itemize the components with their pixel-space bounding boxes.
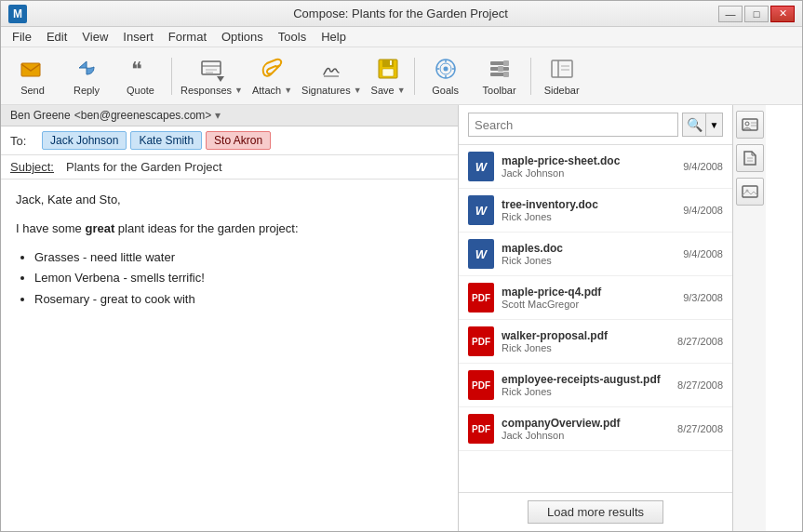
attach-icon bbox=[260, 56, 286, 82]
recipient-chip-jack[interactable]: Jack Johnson bbox=[42, 131, 127, 150]
sender-bar: Ben Greene <ben@greenescapes.com> ▾ bbox=[1, 105, 458, 126]
load-more-button[interactable]: Load more results bbox=[528, 500, 663, 524]
file-list-item[interactable]: Wmaples.docRick Jones9/4/2008 bbox=[459, 233, 732, 276]
menu-item-view[interactable]: View bbox=[74, 28, 115, 46]
file-name: tree-inventory.doc bbox=[502, 198, 676, 211]
svg-rect-0 bbox=[21, 63, 40, 76]
svg-rect-11 bbox=[390, 60, 392, 65]
subject-value: Plants for the Garden Project bbox=[66, 160, 222, 174]
file-name: companyOverview.pdf bbox=[502, 417, 670, 430]
subject-row: Subject: Plants for the Garden Project bbox=[1, 155, 458, 180]
svg-rect-22 bbox=[503, 60, 509, 66]
list-item: Rosemary - great to cook with bbox=[34, 290, 443, 310]
right-panel-content: 🔍 ▼ Wmaple-price-sheet.docJack Johnson9/… bbox=[459, 105, 732, 531]
responses-button[interactable]: Responses ▼ bbox=[177, 51, 247, 101]
responses-icon bbox=[198, 56, 224, 82]
file-date: 9/3/2008 bbox=[683, 292, 723, 303]
menu-item-help[interactable]: Help bbox=[314, 28, 354, 46]
save-button[interactable]: Save ▼ bbox=[368, 51, 409, 101]
file-date: 9/4/2008 bbox=[683, 161, 723, 172]
goals-icon bbox=[433, 56, 459, 82]
close-button[interactable]: ✕ bbox=[770, 6, 795, 22]
greeting: Jack, Kate and Sto, bbox=[16, 191, 443, 210]
file-list-item[interactable]: Wmaple-price-sheet.docJack Johnson9/4/20… bbox=[459, 145, 732, 189]
sender-email: <ben@greenescapes.com> bbox=[74, 109, 212, 122]
file-list: Wmaple-price-sheet.docJack Johnson9/4/20… bbox=[459, 145, 732, 492]
search-dropdown-button[interactable]: ▼ bbox=[705, 113, 722, 136]
minimize-button[interactable]: — bbox=[718, 6, 743, 22]
menu-item-options[interactable]: Options bbox=[214, 28, 271, 46]
file-date: 9/4/2008 bbox=[683, 205, 723, 216]
document-button[interactable] bbox=[736, 144, 764, 172]
menu-item-tools[interactable]: Tools bbox=[271, 28, 314, 46]
svg-rect-35 bbox=[743, 186, 757, 197]
sender-dropdown-arrow[interactable]: ▾ bbox=[215, 109, 221, 122]
window-title: Compose: Plants for the Garden Project bbox=[83, 7, 718, 20]
search-bar: 🔍 ▼ bbox=[459, 105, 732, 145]
responses-dropdown-arrow: ▼ bbox=[234, 86, 243, 95]
toolbar-sep-3 bbox=[530, 58, 531, 95]
side-icons-panel bbox=[732, 105, 766, 531]
document-icon bbox=[742, 150, 758, 166]
reply-button[interactable]: Reply bbox=[60, 51, 113, 101]
signatures-button[interactable]: Signatures ▼ bbox=[298, 51, 366, 101]
sidebar-button[interactable]: Sidebar bbox=[536, 51, 588, 101]
svg-text:❝: ❝ bbox=[131, 58, 142, 81]
file-list-item[interactable]: PDFmaple-price-q4.pdfScott MacGregor9/3/… bbox=[459, 276, 732, 320]
right-panel: 🔍 ▼ Wmaple-price-sheet.docJack Johnson9/… bbox=[459, 105, 732, 531]
file-list-item[interactable]: PDFemployee-receipts-august.pdfRick Jone… bbox=[459, 364, 732, 407]
toolbar-button[interactable]: Toolbar bbox=[474, 51, 526, 101]
file-list-item[interactable]: PDFwalker-proposal.pdfRick Jones8/27/200… bbox=[459, 320, 732, 364]
svg-marker-6 bbox=[217, 76, 224, 82]
file-list-item[interactable]: PDFcompanyOverview.pdfJack Johnson8/27/2… bbox=[459, 407, 732, 451]
recipients-row: To: Jack Johnson Kate Smith Sto Akron bbox=[1, 126, 458, 155]
toolbar: Send Reply ❝ Quote bbox=[1, 47, 802, 105]
word-file-icon: W bbox=[468, 152, 494, 181]
body-line1: I have some great plant ideas for the ga… bbox=[16, 219, 443, 239]
file-list-item[interactable]: Wtree-inventory.docRick Jones9/4/2008 bbox=[459, 189, 732, 233]
main-window: M Compose: Plants for the Garden Project… bbox=[0, 0, 803, 532]
menu-item-file[interactable]: File bbox=[5, 28, 39, 46]
image-icon bbox=[742, 183, 758, 200]
svg-rect-24 bbox=[503, 72, 509, 77]
list-item: Lemon Verbena - smells terrific! bbox=[34, 269, 443, 288]
app-icon: M bbox=[8, 5, 27, 23]
file-name: maples.doc bbox=[502, 242, 676, 255]
file-name: walker-proposal.pdf bbox=[502, 329, 670, 342]
compose-area: Ben Greene <ben@greenescapes.com> ▾ To: … bbox=[1, 105, 802, 531]
svg-point-14 bbox=[443, 67, 448, 72]
toolbar-icon bbox=[487, 56, 513, 82]
subject-label: Subject: bbox=[10, 160, 66, 174]
recipient-chip-sto[interactable]: Sto Akron bbox=[206, 131, 271, 150]
sidebar-icon bbox=[549, 56, 575, 82]
contact-card-icon bbox=[742, 116, 758, 133]
maximize-button[interactable]: □ bbox=[744, 6, 769, 22]
search-input[interactable] bbox=[468, 113, 678, 137]
left-panel: Ben Greene <ben@greenescapes.com> ▾ To: … bbox=[1, 105, 459, 531]
list-item: Grasses - need little water bbox=[34, 248, 443, 268]
quote-icon: ❝ bbox=[127, 56, 154, 82]
quote-button[interactable]: ❝ Quote bbox=[114, 51, 167, 101]
file-date: 8/27/2008 bbox=[677, 336, 723, 347]
file-person: Rick Jones bbox=[502, 386, 670, 397]
bullet-list: Grasses - need little waterLemon Verbena… bbox=[34, 248, 443, 310]
send-button[interactable]: Send bbox=[7, 51, 59, 101]
contact-card-button[interactable] bbox=[736, 111, 764, 139]
search-submit-button[interactable]: 🔍 bbox=[683, 113, 705, 136]
file-name: maple-price-q4.pdf bbox=[502, 286, 676, 299]
menu-item-insert[interactable]: Insert bbox=[115, 28, 161, 46]
save-dropdown-arrow: ▼ bbox=[397, 86, 406, 95]
pdf-file-icon: PDF bbox=[468, 414, 494, 444]
menu-item-edit[interactable]: Edit bbox=[39, 28, 74, 46]
goals-button[interactable]: Goals bbox=[420, 51, 472, 101]
file-date: 8/27/2008 bbox=[677, 423, 723, 434]
menu-item-format[interactable]: Format bbox=[161, 28, 214, 46]
file-name: employee-receipts-august.pdf bbox=[502, 373, 670, 386]
file-person: Rick Jones bbox=[502, 211, 676, 222]
recipient-chip-kate[interactable]: Kate Smith bbox=[130, 131, 202, 150]
image-button[interactable] bbox=[736, 178, 764, 206]
signatures-dropdown-arrow: ▼ bbox=[354, 86, 362, 95]
attach-button[interactable]: Attach ▼ bbox=[248, 51, 296, 101]
email-body: Jack, Kate and Sto, I have some great pl… bbox=[1, 180, 458, 531]
file-person: Rick Jones bbox=[502, 255, 676, 266]
